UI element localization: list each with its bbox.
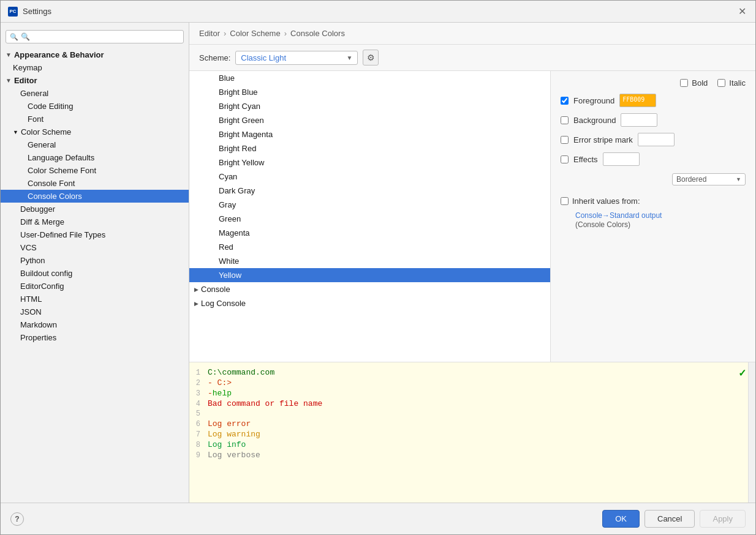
color-item-red[interactable]: Red [189,240,550,254]
color-item-bright-green[interactable]: Bright Green [189,113,550,127]
cancel-button[interactable]: Cancel [644,510,695,528]
color-item-bright-magenta[interactable]: Bright Magenta [189,127,550,141]
sidebar-item-python[interactable]: Python [1,254,189,267]
sidebar-item-general[interactable]: General [1,87,189,100]
sidebar-item-user-defined[interactable]: User-Defined File Types [1,228,189,241]
scheme-bar: Scheme: Classic Light ▼ ⚙ [189,45,755,71]
chevron-down-icon-effects: ▼ [736,176,741,182]
background-label: Background [573,116,616,125]
chevron-down-icon: ▼ [346,54,352,61]
preview-line-8: 8 Log info [189,440,736,450]
color-item-white[interactable]: White [189,254,550,268]
apply-button[interactable]: Apply [700,510,746,528]
foreground-label: Foreground [573,96,614,105]
effects-color-swatch[interactable] [603,152,640,166]
sidebar-item-properties[interactable]: Properties [1,331,189,344]
foreground-checkbox[interactable] [561,97,569,105]
preview-scrollbar[interactable] [748,362,755,503]
foreground-row: Foreground FFB009 [561,94,746,107]
preview-line-5: 5 [189,409,736,419]
sidebar-item-color-scheme-font[interactable]: Color Scheme Font [1,164,189,177]
sidebar-item-editorconfig[interactable]: EditorConfig [1,280,189,293]
sidebar-item-editor[interactable]: ▼ Editor [1,74,189,87]
effects-label: Effects [573,155,598,164]
sidebar-item-color-scheme[interactable]: ▼ Color Scheme [1,125,189,138]
inherit-label: Inherit values from: [572,196,640,206]
italic-checkbox[interactable] [717,79,725,87]
effects-type-dropdown[interactable]: Bordered ▼ [672,173,746,185]
color-item-yellow[interactable]: Yellow [189,268,550,282]
color-item-bright-cyan[interactable]: Bright Cyan [189,99,550,113]
search-box[interactable]: 🔍 [6,30,184,43]
color-group-console[interactable]: ▶ Console [189,282,550,296]
foreground-color-value: FFB009 [620,95,647,104]
sidebar-item-console-font[interactable]: Console Font [1,177,189,190]
sidebar-item-html[interactable]: HTML [1,293,189,305]
expand-arrow-editor: ▼ [6,77,12,84]
inherit-link[interactable]: Console→Standard output [575,211,662,220]
sidebar-item-code-editing[interactable]: Code Editing [1,100,189,113]
titlebar: PC Settings ✕ [1,1,755,23]
scheme-label: Scheme: [199,53,230,62]
color-item-cyan[interactable]: Cyan [189,170,550,184]
preview-text-2: - C:> [208,378,232,387]
sidebar: 🔍 ▼ Appearance & Behavior Keymap ▼ Edito… [1,23,189,503]
sidebar-item-json[interactable]: JSON [1,305,189,318]
error-stripe-color-swatch[interactable] [638,133,675,146]
main-panel: Editor › Color Scheme › Console Colors S… [189,23,755,503]
preview-code: 1 C:\command.com 2 - C:> 3 - help 4 Bad … [189,362,736,503]
sidebar-item-debugger[interactable]: Debugger [1,203,189,215]
search-icon: 🔍 [10,33,18,41]
preview-line-4: 4 Bad command or file name [189,398,736,409]
color-item-gray[interactable]: Gray [189,198,550,212]
expand-arrow-console: ▶ [194,286,198,293]
bold-checkbox[interactable] [680,79,688,87]
scheme-dropdown[interactable]: Classic Light ▼ [235,51,358,65]
color-item-bright-yellow[interactable]: Bright Yellow [189,155,550,170]
sidebar-item-cs-general[interactable]: General [1,138,189,151]
app-icon: PC [8,7,18,17]
sidebar-item-diff-merge[interactable]: Diff & Merge [1,215,189,228]
color-item-blue[interactable]: Blue [189,71,550,85]
color-item-bright-red[interactable]: Bright Red [189,141,550,155]
inherit-checkbox[interactable] [561,197,569,205]
foreground-color-swatch[interactable]: FFB009 [619,94,656,107]
error-stripe-checkbox[interactable] [561,136,569,144]
preview-panel: 1 C:\command.com 2 - C:> 3 - help 4 Bad … [189,362,755,503]
sidebar-item-appearance[interactable]: ▼ Appearance & Behavior [1,48,189,61]
ok-button[interactable]: OK [602,510,640,528]
sidebar-item-markdown[interactable]: Markdown [1,318,189,331]
sidebar-item-font[interactable]: Font [1,113,189,125]
gear-button[interactable]: ⚙ [363,50,379,65]
breadcrumb-sep-1: › [224,29,226,38]
sidebar-item-buildout[interactable]: Buildout config [1,267,189,280]
sidebar-item-vcs[interactable]: VCS [1,241,189,254]
preview-text-8: Log info [208,440,246,449]
color-item-bright-blue[interactable]: Bright Blue [189,85,550,99]
background-color-swatch[interactable] [621,113,657,127]
background-checkbox[interactable] [561,116,569,124]
question-icon: ? [15,515,19,523]
line-number: 6 [189,420,208,428]
sidebar-item-keymap[interactable]: Keymap [1,61,189,74]
help-button[interactable]: ? [10,512,24,526]
sidebar-item-language-defaults[interactable]: Language Defaults [1,151,189,164]
color-item-magenta[interactable]: Magenta [189,226,550,240]
window-title: Settings [23,7,51,16]
color-group-log-console[interactable]: ▶ Log Console [189,296,550,310]
color-item-dark-gray[interactable]: Dark Gray [189,184,550,198]
background-row: Background [561,113,746,127]
preview-line-3: 3 - help [189,388,736,398]
close-button[interactable]: ✕ [736,6,748,18]
titlebar-left: PC Settings [8,7,51,17]
preview-text-6: Log error [208,419,251,428]
expand-arrow: ▼ [6,51,12,58]
color-item-green[interactable]: Green [189,212,550,226]
sidebar-item-console-colors[interactable]: Console Colors [1,190,189,203]
bold-checkbox-row: Bold [680,78,708,88]
color-list-panel: Blue Bright Blue Bright Cyan Bright Gree… [189,71,551,362]
effects-checkbox[interactable] [561,155,569,163]
preview-line-6: 6 Log error [189,419,736,429]
line-number: 5 [189,410,208,418]
search-input[interactable] [21,32,180,41]
